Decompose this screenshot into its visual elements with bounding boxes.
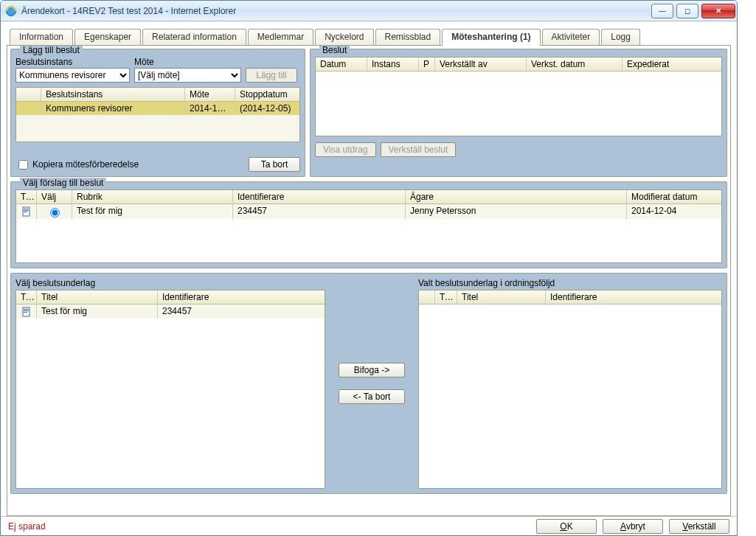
svg-rect-4 (24, 212, 27, 212)
beslut-legend: Beslut (319, 45, 350, 55)
tab-information[interactable]: Information (10, 29, 73, 45)
document-icon (21, 307, 32, 317)
instans-select[interactable]: Kommunens revisorer (15, 68, 130, 83)
svg-rect-6 (24, 309, 29, 310)
maximize-button[interactable]: ◻ (676, 4, 698, 18)
close-button[interactable]: ✕ (701, 4, 735, 18)
forslag-row[interactable]: Test för mig 234457 Jenny Petersson 2014… (16, 204, 721, 219)
minimize-button[interactable]: — (651, 4, 673, 18)
forslag-legend: Välj förslag till beslut (20, 178, 106, 188)
forslag-grid-header: Typ Välj Rubrik Identifierare Ägare Modi… (16, 190, 721, 204)
titlebar: Ärendekort - 14REV2 Test test 2014 - Int… (1, 1, 737, 21)
window-title: Ärendekort - 14REV2 Test test 2014 - Int… (21, 6, 236, 16)
add-beslut-legend: Lägg till beslut (20, 45, 83, 55)
add-beslut-panel: Lägg till beslut Beslutsinstans Kommunen… (10, 49, 305, 177)
tab-egenskaper[interactable]: Egenskaper (74, 29, 141, 45)
ta-bort-button[interactable]: Ta bort (249, 157, 300, 172)
tab-logg[interactable]: Logg (601, 29, 640, 45)
instans-label: Beslutsinstans (15, 57, 130, 67)
underlag-right-header: Typ Titel Identifierare (419, 290, 721, 304)
tab-aktiviteter[interactable]: Aktiviteter (542, 29, 600, 45)
ie-icon (5, 5, 17, 17)
underlag-left-legend: Välj beslutsunderlag (15, 278, 325, 288)
document-icon (21, 206, 32, 217)
forslag-radio[interactable] (50, 208, 60, 217)
tab-medlemmar[interactable]: Medlemmar (248, 29, 313, 45)
ok-button[interactable]: OK (536, 519, 597, 534)
verkstall-button[interactable]: Verkställ (669, 519, 729, 534)
footer: Ej sparad OK Avbryt Verkställ (1, 516, 737, 535)
beslut-panel: Beslut Datum Instans P Verkställt av Ver… (310, 49, 727, 177)
status-text: Ej sparad (8, 521, 46, 532)
underlag-right-legend: Valt beslutsunderlag i ordningsföljd (418, 278, 722, 288)
kopiera-checkbox-label[interactable]: Kopiera mötesförberedelse (15, 158, 139, 172)
avbryt-button[interactable]: Avbryt (603, 519, 663, 534)
mote-label: Möte (134, 57, 241, 67)
svg-rect-2 (24, 209, 29, 209)
underlag-tabort-button[interactable]: <- Ta bort (339, 389, 405, 404)
mote-select[interactable]: [Välj möte] (134, 68, 241, 83)
lagg-till-button[interactable]: Lägg till (246, 68, 297, 83)
visa-utdrag-button[interactable]: Visa utdrag (315, 142, 376, 157)
forslag-panel: Välj förslag till beslut Typ Välj Rubrik… (10, 181, 727, 268)
add-grid-row[interactable]: Kommunens revisorer 2014-12-05 (2014-12-… (16, 102, 299, 115)
underlag-left-header: Typ Titel Identifierare (16, 290, 325, 304)
tab-relaterad[interactable]: Relaterad information (142, 29, 246, 45)
beslut-grid-header: Datum Instans P Verkställt av Verkst. da… (316, 58, 721, 72)
tab-remissblad[interactable]: Remissblad (375, 29, 441, 45)
underlag-left-row[interactable]: Test för mig 234457 (16, 304, 325, 319)
underlag-panel: Välj beslutsunderlag Typ Titel Identifie… (10, 273, 727, 494)
svg-rect-3 (24, 210, 29, 211)
svg-rect-8 (24, 312, 27, 313)
verkstall-beslut-button[interactable]: Verkställ beslut (381, 142, 457, 157)
tab-moteshantering[interactable]: Möteshantering (1) (442, 29, 540, 45)
tab-bar: Information Egenskaper Relaterad informa… (1, 21, 737, 45)
bifoga-button[interactable]: Bifoga -> (339, 363, 405, 377)
tab-nyckelord[interactable]: Nyckelord (315, 29, 373, 45)
svg-rect-7 (24, 310, 29, 311)
kopiera-checkbox[interactable] (18, 160, 28, 170)
add-grid-header: Beslutsinstans Möte Stoppdatum (16, 88, 299, 102)
